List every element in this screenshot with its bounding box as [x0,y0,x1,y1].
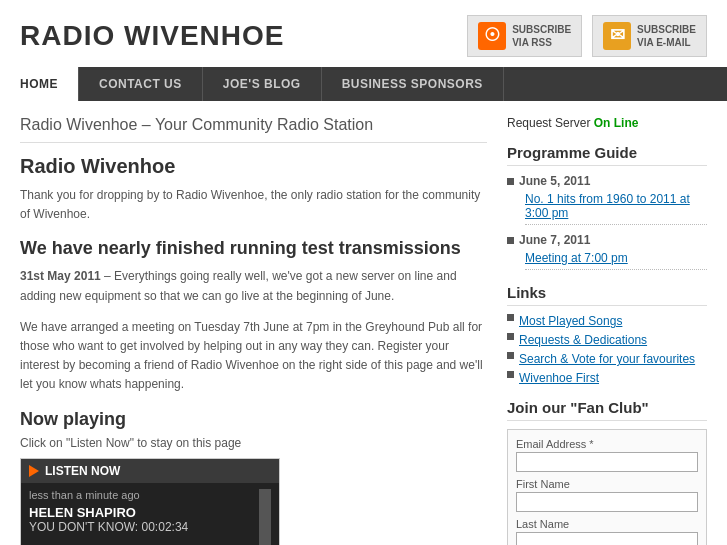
player-scrollbar[interactable] [259,489,271,546]
programme-item-2: Meeting at 7:00 pm [525,251,707,270]
programme-guide: Programme Guide June 5, 2011 No. 1 hits … [507,144,707,270]
content-area: Radio Wivenhoe – Your Community Radio St… [20,116,487,545]
header: RADIO WIVENHOE ☉ SUBSCRIBE VIA RSS ✉ SUB… [0,0,727,67]
programme-guide-title: Programme Guide [507,144,707,166]
listen-now-label: LISTEN NOW [45,464,120,478]
article-title: We have nearly finished running test tra… [20,238,487,259]
link-bullet-2 [507,333,514,340]
server-status-label: Request Server [507,116,590,130]
sidebar: Request Server On Line Programme Guide J… [507,116,707,545]
article-body-2: We have arranged a meeting on Tuesday 7t… [20,318,487,395]
now-playing-title: Now playing [20,409,487,430]
nav-item-blog[interactable]: JOE'S BLOG [203,67,322,101]
player-header[interactable]: LISTEN NOW [21,459,279,483]
subscribe-rss-button[interactable]: ☉ SUBSCRIBE VIA RSS [467,15,582,57]
link-wivenhoe-first-label: Wivenhoe First [519,371,599,385]
player-artist: HELEN SHAPIRO [29,505,251,520]
article-body-1: 31st May 2011 – Everythings going really… [20,267,487,305]
lastname-input[interactable] [516,532,698,545]
rss-icon: ☉ [478,22,506,50]
email-icon: ✉ [603,22,631,50]
nav-item-sponsors[interactable]: BUSINESS SPONSORS [322,67,504,101]
player-body: less than a minute ago HELEN SHAPIRO YOU… [21,483,279,546]
email-label: SUBSCRIBE VIA E-MAIL [637,23,696,49]
bullet-icon-1 [507,178,514,185]
lastname-label: Last Name [516,518,698,530]
subscribe-email-button[interactable]: ✉ SUBSCRIBE VIA E-MAIL [592,15,707,57]
server-status: Request Server On Line [507,116,707,130]
nav-item-contact[interactable]: CONTACT US [79,67,203,101]
player-time-ago: less than a minute ago [29,489,251,501]
programme-date-1: June 5, 2011 [507,174,707,188]
click-hint: Click on "Listen Now" to stay on this pa… [20,436,487,450]
fanclub-section: Join our "Fan Club" Email Address * Firs… [507,399,707,545]
programme-item-2-link[interactable]: Meeting at 7:00 pm [525,251,628,265]
fanclub-title: Join our "Fan Club" [507,399,707,421]
links-section: Links Most Played Songs Requests & Dedic… [507,284,707,385]
firstname-input[interactable] [516,492,698,512]
navigation: HOME CONTACT US JOE'S BLOG BUSINESS SPON… [0,67,727,101]
intro-text: Thank you for dropping by to Radio Wiven… [20,186,487,224]
programme-date-2-label: June 7, 2011 [519,233,590,247]
firstname-label: First Name [516,478,698,490]
play-icon [29,465,39,477]
programme-item-1: No. 1 hits from 1960 to 2011 at 3:00 pm [525,192,707,225]
site-title: RADIO WIVENHOE [20,20,284,52]
link-wivenhoe-first[interactable]: Wivenhoe First [507,371,707,385]
page-subtitle: Radio Wivenhoe – Your Community Radio St… [20,116,487,143]
link-search-vote-label: Search & Vote for your favourites [519,352,695,366]
link-most-played-label: Most Played Songs [519,314,622,328]
email-label: Email Address * [516,438,698,450]
nav-item-home[interactable]: HOME [0,67,79,101]
programme-date-1-label: June 5, 2011 [519,174,590,188]
programme-item-1-link[interactable]: No. 1 hits from 1960 to 2011 at 3:00 pm [525,192,690,220]
link-bullet-4 [507,371,514,378]
section-title: Radio Wivenhoe [20,155,487,178]
bullet-icon-2 [507,237,514,244]
subscribe-area: ☉ SUBSCRIBE VIA RSS ✉ SUBSCRIBE VIA E-MA… [467,15,707,57]
links-title: Links [507,284,707,306]
fanclub-form: Email Address * First Name Last Name * =… [507,429,707,545]
link-search-vote[interactable]: Search & Vote for your favourites [507,352,707,366]
server-status-value: On Line [594,116,639,130]
programme-date-2: June 7, 2011 [507,233,707,247]
email-input[interactable] [516,452,698,472]
rss-label: SUBSCRIBE VIA RSS [512,23,571,49]
player-widget: LISTEN NOW less than a minute ago HELEN … [20,458,280,546]
link-bullet-1 [507,314,514,321]
player-track: YOU DON'T KNOW: 00:02:34 [29,520,251,534]
link-requests-label: Requests & Dedications [519,333,647,347]
link-most-played[interactable]: Most Played Songs [507,314,707,328]
link-requests[interactable]: Requests & Dedications [507,333,707,347]
main-content: Radio Wivenhoe – Your Community Radio St… [0,101,727,545]
article-date: 31st May 2011 [20,269,101,283]
link-bullet-3 [507,352,514,359]
